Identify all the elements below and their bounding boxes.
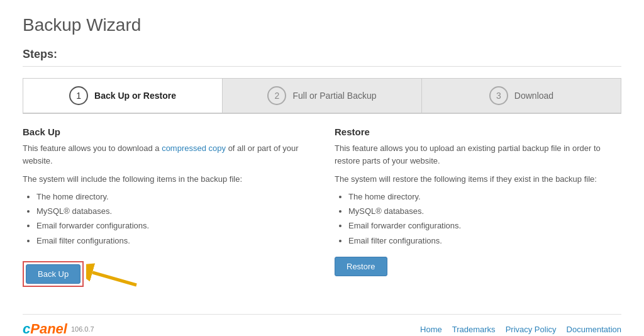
backup-action-area: Back Up xyxy=(23,257,309,291)
footer-link-docs[interactable]: Documentation xyxy=(567,325,621,334)
restore-items-list: The home directory. MySQL® databases. Em… xyxy=(335,189,621,249)
step-1[interactable]: 1 Back Up or Restore xyxy=(23,79,223,113)
restore-desc1: This feature allows you to upload an exi… xyxy=(335,142,621,167)
footer-links: Home Trademarks Privacy Policy Documenta… xyxy=(420,325,621,334)
page-wrapper: Backup Wizard Steps: 1 Back Up or Restor… xyxy=(0,0,644,336)
footer-link-home[interactable]: Home xyxy=(420,325,442,334)
cpanel-brand-text: cPanel xyxy=(23,321,67,336)
backup-btn-highlight: Back Up xyxy=(23,261,84,287)
backup-item-2: MySQL® databases. xyxy=(36,204,309,218)
step-3-label: Download xyxy=(514,91,553,101)
svg-line-1 xyxy=(92,272,136,285)
steps-bar: 1 Back Up or Restore 2 Full or Partial B… xyxy=(23,78,621,114)
arrow-icon xyxy=(86,263,143,291)
restore-item-3: Email forwarder configurations. xyxy=(348,218,621,233)
restore-column: Restore This feature allows you to uploa… xyxy=(335,126,621,291)
backup-item-4: Email filter configurations. xyxy=(36,233,309,248)
steps-divider xyxy=(23,66,621,67)
restore-list-label: The system will restore the following it… xyxy=(335,173,621,186)
restore-button[interactable]: Restore xyxy=(335,257,387,276)
footer-link-trademarks[interactable]: Trademarks xyxy=(452,325,496,334)
cpanel-logo: cPanel 106.0.7 xyxy=(23,321,94,336)
steps-label: Steps: xyxy=(23,48,621,61)
cpanel-c-letter: c xyxy=(23,321,30,336)
footer-link-privacy[interactable]: Privacy Policy xyxy=(506,325,557,334)
step-3-circle: 3 xyxy=(489,86,508,105)
restore-item-2: MySQL® databases. xyxy=(348,204,621,218)
step-1-label: Back Up or Restore xyxy=(94,91,176,101)
backup-list-label: The system will include the following it… xyxy=(23,173,309,186)
footer: cPanel 106.0.7 Home Trademarks Privacy P… xyxy=(23,314,621,336)
page-title: Backup Wizard xyxy=(23,15,621,35)
cpanel-version: 106.0.7 xyxy=(71,325,94,333)
restore-item-4: Email filter configurations. xyxy=(348,233,621,248)
backup-column: Back Up This feature allows you to downl… xyxy=(23,126,309,291)
backup-items-list: The home directory. MySQL® databases. Em… xyxy=(23,189,309,249)
restore-title: Restore xyxy=(335,126,621,137)
step-3[interactable]: 3 Download xyxy=(422,79,621,113)
download-link[interactable]: compressed copy xyxy=(162,143,226,153)
backup-desc1: This feature allows you to download a co… xyxy=(23,142,309,167)
content-area: Back Up This feature allows you to downl… xyxy=(23,126,621,301)
step-2-label: Full or Partial Backup xyxy=(292,91,376,101)
backup-title: Back Up xyxy=(23,126,309,137)
backup-item-3: Email forwarder configurations. xyxy=(36,218,309,233)
backup-button[interactable]: Back Up xyxy=(26,264,80,284)
step-2[interactable]: 2 Full or Partial Backup xyxy=(223,79,422,113)
backup-item-1: The home directory. xyxy=(36,189,309,204)
step-2-circle: 2 xyxy=(267,86,286,105)
step-1-circle: 1 xyxy=(69,86,88,105)
restore-item-1: The home directory. xyxy=(348,189,621,204)
